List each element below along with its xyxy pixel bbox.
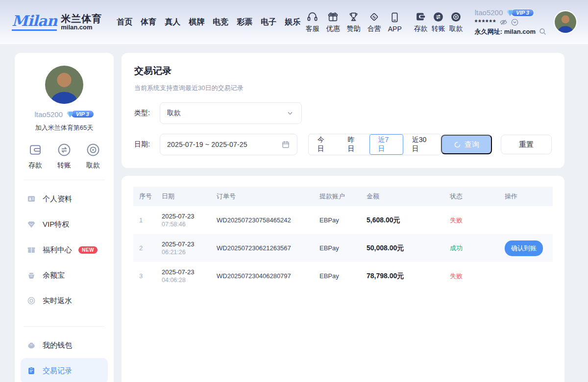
transfer-icon	[432, 11, 444, 23]
transfer-link[interactable]: 转账	[432, 11, 445, 33]
sidebar: ltao5200 VIP 3 加入米兰体育第65天 存款 转账 取款	[15, 53, 114, 382]
amount-cell: 5,608.00元	[361, 216, 444, 225]
brand-logo[interactable]: Milan 米兰体育 milan.com	[12, 14, 102, 31]
col-status: 状态	[444, 192, 499, 201]
brand-logo-text: 米兰体育 milan.com	[61, 14, 102, 31]
nav-slots[interactable]: 电子	[261, 17, 276, 27]
sidebar-transfer-button[interactable]: 转账	[56, 142, 72, 170]
table-row: 3 2025-07-23 04:06:28 WD2025072304062807…	[133, 262, 553, 290]
spinner-icon	[454, 141, 461, 148]
nav-esports[interactable]: 电竞	[213, 17, 228, 27]
range-today-button[interactable]: 今日	[309, 134, 339, 155]
amount-cell: 78,798.00元	[361, 272, 444, 281]
nav-lottery[interactable]: 彩票	[237, 17, 252, 27]
new-badge: NEW	[78, 246, 98, 254]
confirm-received-button[interactable]: 确认到账	[505, 240, 543, 256]
vip-badge: VIP 3	[506, 8, 534, 17]
amount-cell: 50,008.00元	[361, 244, 444, 253]
gem-icon	[26, 219, 36, 229]
records-table-card: 序号 日期 订单号 提款账户 金额 状态 操作 1 2025-07-23 07:…	[122, 176, 564, 382]
col-account: 提款账户	[314, 192, 361, 201]
sidebar-username: ltao5200	[34, 110, 63, 119]
sidebar-quick-actions: 存款 转账 取款	[15, 142, 114, 170]
divider	[24, 326, 105, 327]
sidebar-withdraw-button[interactable]: 取款	[85, 142, 101, 170]
gift-icon	[26, 245, 36, 255]
date-cell: 2025-07-23 07:58:46	[156, 213, 211, 228]
withdraw-link[interactable]: 取款	[449, 11, 463, 33]
user-avatar[interactable]	[554, 10, 577, 34]
table-row: 2 2025-07-23 06:21:26 WD2025072306212635…	[133, 234, 553, 262]
sidebar-item-transactions[interactable]: 交易记录	[21, 358, 108, 382]
nav-entertainment[interactable]: 娱乐	[285, 17, 300, 27]
table-header-row: 序号 日期 订单号 提款账户 金额 状态 操作	[133, 187, 553, 206]
page-body: ltao5200 VIP 3 加入米兰体育第65天 存款 转账 取款	[0, 44, 588, 382]
gem-icon	[506, 8, 514, 17]
sidebar-item-rebate[interactable]: 实时返水	[21, 288, 108, 313]
nav-chess[interactable]: 棋牌	[189, 17, 204, 27]
col-action: 操作	[499, 192, 553, 201]
deposit-link[interactable]: 存款	[414, 11, 428, 33]
quick-range-group: 今日 昨日 近7日 近30日	[308, 134, 441, 155]
permanent-url: 永久网址: milan.com	[475, 27, 536, 36]
sidebar-menu-records: 我的钱包 交易记录 投注记录	[15, 330, 114, 382]
avatar-image	[555, 11, 576, 33]
partner-link[interactable]: 合营	[368, 11, 381, 33]
withdraw-icon	[85, 142, 101, 158]
eye-off-icon[interactable]	[499, 18, 508, 26]
withdraw-icon	[450, 11, 462, 23]
nav-sports[interactable]: 体育	[141, 17, 156, 27]
date-label: 日期:	[134, 140, 155, 149]
status-badge: 成功	[444, 244, 499, 253]
brand-logo-script: Milan	[12, 14, 57, 31]
range-30days-button[interactable]: 近30日	[403, 134, 441, 155]
order-cell: WD202507230621263567	[211, 244, 314, 252]
reset-button[interactable]: 重置	[501, 135, 552, 154]
magnifier-icon[interactable]	[539, 27, 547, 36]
id-card-icon	[26, 194, 36, 204]
transfer-icon	[56, 142, 72, 158]
rebate-target-icon	[26, 296, 36, 306]
sponsor-link[interactable]: 赞助	[347, 11, 361, 33]
calendar-icon	[281, 140, 290, 149]
masked-balance: ******	[475, 18, 497, 26]
page-title: 交易记录	[134, 65, 552, 77]
range-yesterday-button[interactable]: 昨日	[339, 134, 369, 155]
wallet-icon	[415, 11, 427, 23]
trophy-icon	[347, 11, 360, 23]
chevron-circle-icon[interactable]	[511, 18, 519, 26]
nav-home[interactable]: 首页	[117, 17, 132, 27]
user-info: ltao5200 VIP 3 ****** 永久网址: milan.com	[475, 8, 547, 36]
service-link[interactable]: 客服	[306, 11, 319, 33]
sidebar-avatar[interactable]	[45, 66, 83, 104]
sidebar-item-profile[interactable]: 个人资料	[21, 186, 108, 212]
nav-live[interactable]: 真人	[165, 17, 180, 27]
order-cell: WD202507230758465242	[211, 216, 314, 224]
col-date: 日期	[156, 192, 211, 201]
avatar-image	[45, 66, 83, 104]
sidebar-item-welfare[interactable]: 福利中心 NEW	[21, 237, 108, 263]
sidebar-deposit-button[interactable]: 存款	[27, 142, 43, 170]
promo-link[interactable]: 优惠	[326, 11, 340, 33]
main-content: 交易记录 当前系统支持查询最近30日的交易记录 类型: 取款 日期: 2025-…	[122, 53, 564, 382]
account-cell: EBPay	[314, 272, 361, 280]
range-7days-button[interactable]: 近7日	[369, 134, 403, 155]
phone-icon	[389, 11, 401, 24]
filter-card: 交易记录 当前系统支持查询最近30日的交易记录 类型: 取款 日期: 2025-…	[122, 53, 564, 168]
date-range-input[interactable]: 2025-07-19 ~ 2025-07-25	[160, 134, 297, 155]
table-row: 1 2025-07-23 07:58:46 WD2025072307584652…	[133, 206, 553, 234]
query-button[interactable]: 查询	[441, 135, 492, 154]
app-link[interactable]: APP	[388, 11, 402, 33]
order-cell: WD202507230406280797	[211, 272, 314, 280]
type-select[interactable]: 取款	[160, 102, 302, 124]
headset-icon	[306, 11, 318, 23]
partner-tag-icon	[368, 11, 380, 23]
sidebar-item-yuebao[interactable]: 余额宝	[21, 263, 108, 288]
money-pot-icon	[26, 270, 36, 280]
username: ltao5200	[475, 8, 503, 17]
sidebar-item-vip[interactable]: VIP特权	[21, 212, 108, 237]
sidebar-item-wallet[interactable]: 我的钱包	[21, 333, 108, 358]
clipboard-icon	[26, 366, 36, 376]
account-cell: EBPay	[314, 216, 361, 224]
header-wallet-links: 存款 转账 取款	[412, 11, 465, 33]
